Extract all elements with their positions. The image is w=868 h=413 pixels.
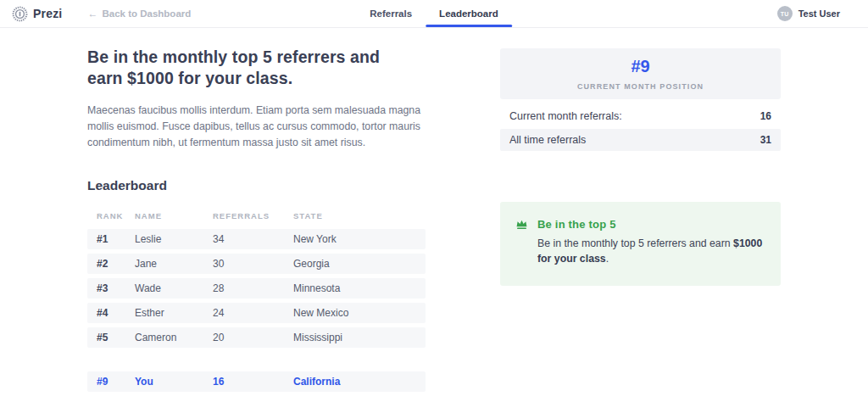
cell-referrals: 24 — [213, 307, 293, 319]
cell-rank: #2 — [87, 258, 135, 270]
table-row: #3 Wade 28 Minnesota — [87, 278, 426, 299]
column-header-name: NAME — [135, 211, 213, 220]
cell-name: Cameron — [135, 332, 213, 343]
user-name: Test User — [798, 8, 840, 19]
cell-name: Leslie — [135, 233, 213, 245]
cell-referrals: 20 — [213, 332, 293, 343]
leaderboard-table: RANK NAME REFERRALS STATE #1 Leslie 34 N… — [87, 209, 426, 392]
table-row: #4 Esther 24 New Mexico — [87, 303, 426, 323]
tab-leaderboard[interactable]: Leaderboard — [426, 0, 512, 27]
your-rank: #9 — [87, 376, 135, 388]
cell-referrals: 28 — [213, 282, 293, 294]
stat-all-time-value: 31 — [760, 134, 771, 146]
referral-leaderboard-page: Prezi ← Back to Dashboard Referrals Lead… — [0, 0, 868, 413]
promo-text-suffix: . — [606, 253, 609, 265]
nav-tabs: Referrals Leaderboard — [356, 0, 512, 27]
your-rank-row: #9 You 16 California — [87, 371, 426, 392]
right-column: #9 CURRENT MONTH POSITION Current month … — [500, 28, 781, 392]
navbar-left: Prezi ← Back to Dashboard — [0, 6, 191, 22]
column-header-referrals: REFERRALS — [213, 211, 293, 220]
promo-text: Be in the monthly top 5 referrers and ea… — [537, 236, 768, 267]
back-arrow-icon: ← — [87, 8, 97, 19]
leaderboard-title: Leaderboard — [87, 178, 426, 193]
cell-state: Georgia — [293, 258, 426, 270]
page-title: Be in the monthly top 5 referrers and ea… — [87, 47, 397, 90]
prezi-logo-icon — [12, 6, 28, 22]
cell-name: Wade — [135, 282, 213, 294]
position-label: CURRENT MONTH POSITION — [577, 82, 704, 91]
your-state: California — [293, 376, 426, 388]
stat-current-month: Current month referrals: 16 — [500, 105, 781, 127]
cell-rank: #1 — [87, 233, 135, 245]
tab-leaderboard-label: Leaderboard — [439, 8, 498, 19]
tab-referrals-label: Referrals — [370, 8, 412, 19]
cell-state: New Mexico — [293, 307, 426, 319]
current-position-card: #9 CURRENT MONTH POSITION — [500, 48, 781, 99]
cell-state: Mississippi — [293, 332, 426, 343]
user-menu[interactable]: TU Test User — [777, 6, 868, 21]
cell-name: Esther — [135, 307, 213, 319]
avatar: TU — [777, 6, 793, 21]
cell-state: New York — [293, 233, 426, 245]
brand-name: Prezi — [33, 7, 62, 20]
cell-rank: #3 — [87, 282, 135, 294]
your-name: You — [135, 376, 213, 388]
referral-stats: Current month referrals: 16 All time ref… — [500, 105, 781, 151]
cell-referrals: 30 — [213, 258, 293, 270]
position-number: #9 — [631, 57, 649, 76]
cell-rank: #4 — [87, 307, 135, 319]
cell-rank: #5 — [87, 332, 135, 343]
table-row: #5 Cameron 20 Mississippi — [87, 327, 426, 348]
column-header-state: STATE — [293, 211, 426, 220]
stat-all-time: All time referrals 31 — [500, 129, 781, 151]
back-link-label: Back to Dashboard — [102, 8, 191, 19]
promo-title: Be in the top 5 — [537, 218, 768, 231]
column-header-rank: RANK — [87, 211, 135, 220]
cell-name: Jane — [135, 258, 213, 270]
table-row: #1 Leslie 34 New York — [87, 229, 426, 249]
navbar: Prezi ← Back to Dashboard Referrals Lead… — [0, 0, 868, 28]
left-column: Be in the monthly top 5 referrers and ea… — [87, 28, 426, 392]
promo-text-regular: Be in the monthly top 5 referrers and ea… — [537, 237, 733, 249]
top5-promo-card: Be in the top 5 Be in the monthly top 5 … — [500, 202, 781, 286]
cell-referrals: 34 — [213, 233, 293, 245]
back-to-dashboard-link[interactable]: ← Back to Dashboard — [87, 8, 191, 19]
page-description: Maecenas faucibus mollis interdum. Etiam… — [87, 103, 426, 151]
prezi-logo[interactable]: Prezi — [12, 6, 62, 22]
stat-all-time-label: All time referrals — [509, 134, 586, 146]
cell-state: Minnesota — [293, 282, 426, 294]
stat-current-month-label: Current month referrals: — [509, 110, 622, 122]
your-referrals: 16 — [213, 376, 293, 388]
table-header-row: RANK NAME REFERRALS STATE — [87, 209, 426, 224]
crown-icon — [515, 218, 528, 231]
stat-current-month-value: 16 — [760, 110, 771, 122]
tab-referrals[interactable]: Referrals — [356, 0, 426, 27]
content: Be in the monthly top 5 referrers and ea… — [0, 28, 868, 392]
table-row: #2 Jane 30 Georgia — [87, 254, 426, 274]
table-body: #1 Leslie 34 New York #2 Jane 30 Georgia… — [87, 229, 426, 348]
promo-body: Be in the top 5 Be in the monthly top 5 … — [537, 218, 768, 267]
